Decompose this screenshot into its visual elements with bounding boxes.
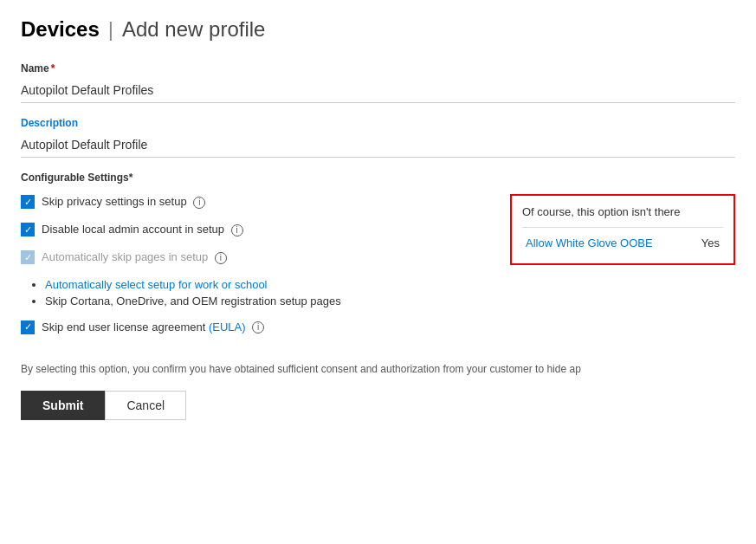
name-input[interactable] xyxy=(21,78,735,103)
page-title-brand: Devices xyxy=(21,17,100,42)
auto-skip-bullets: Automatically select setup for work or s… xyxy=(45,278,493,308)
disable-admin-row: ✓ Disable local admin account in setup i xyxy=(21,222,493,237)
skip-eula-row: ✓ Skip end user license agreement (EULA)… xyxy=(21,320,493,335)
tooltip-row-value: Yes xyxy=(701,236,720,249)
skip-privacy-row: ✓ Skip privacy settings in setup i xyxy=(21,194,493,210)
header-separator: | xyxy=(108,17,113,42)
skip-eula-info-icon[interactable]: i xyxy=(252,321,264,334)
bullet-item-2: Skip Cortana, OneDrive, and OEM registra… xyxy=(45,295,493,308)
tooltip-row: Allow White Glove OOBE Yes xyxy=(522,231,723,255)
settings-area: ✓ Skip privacy settings in setup i ✓ Dis… xyxy=(21,194,735,347)
button-row: Submit Cancel xyxy=(21,391,735,420)
bullet-item-1: Automatically select setup for work or s… xyxy=(45,278,493,291)
skip-privacy-label: Skip privacy settings in setup i xyxy=(42,194,205,210)
work-school-link[interactable]: Automatically select setup for work or s… xyxy=(45,278,268,291)
disable-admin-info-icon[interactable]: i xyxy=(231,224,243,236)
tooltip-row-label: Allow White Glove OOBE xyxy=(526,236,653,249)
disable-admin-checkbox[interactable]: ✓ xyxy=(21,223,35,236)
page-title-subtitle: Add new profile xyxy=(122,17,265,42)
disable-admin-label: Disable local admin account in setup i xyxy=(42,222,243,237)
page-header: Devices | Add new profile xyxy=(21,17,735,42)
description-input[interactable] xyxy=(21,133,735,158)
tooltip-box-container: Of course, this option isn't there Allow… xyxy=(510,194,735,347)
name-label: Name* xyxy=(21,62,735,74)
tooltip-message: Of course, this option isn't there xyxy=(522,204,723,220)
auto-skip-row: ✓ Automatically skip pages in setup i xyxy=(21,249,493,265)
auto-skip-checkbox[interactable]: ✓ xyxy=(21,250,35,264)
configurable-settings-label: Configurable Settings* xyxy=(21,172,735,184)
settings-left-panel: ✓ Skip privacy settings in setup i ✓ Dis… xyxy=(21,194,493,347)
skip-privacy-checkbox[interactable]: ✓ xyxy=(21,195,35,209)
description-field-section: Description xyxy=(21,117,735,158)
cancel-button[interactable]: Cancel xyxy=(105,391,186,420)
name-field-section: Name* xyxy=(21,62,735,103)
skip-eula-checkbox[interactable]: ✓ xyxy=(21,321,35,334)
tooltip-box: Of course, this option isn't there Allow… xyxy=(510,194,735,265)
skip-privacy-info-icon[interactable]: i xyxy=(193,197,205,209)
auto-skip-info-icon[interactable]: i xyxy=(215,252,227,264)
auto-skip-label: Automatically skip pages in setup i xyxy=(42,249,227,265)
skip-eula-label: Skip end user license agreement (EULA) i xyxy=(42,320,264,335)
submit-button[interactable]: Submit xyxy=(21,391,105,420)
eula-link[interactable]: (EULA) xyxy=(209,321,246,334)
description-label: Description xyxy=(21,117,735,129)
consent-text: By selecting this option, you confirm yo… xyxy=(21,361,735,377)
configurable-settings-section: Configurable Settings* ✓ Skip privacy se… xyxy=(21,172,735,347)
